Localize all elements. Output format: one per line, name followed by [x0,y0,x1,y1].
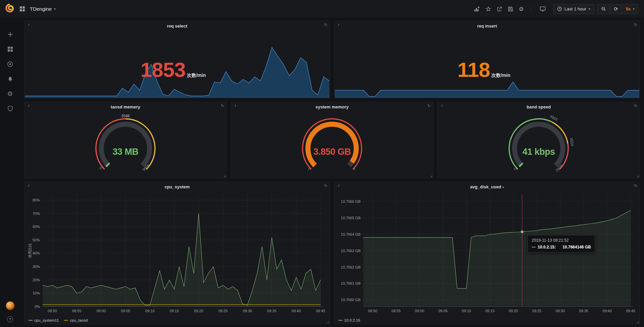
legend-label: cpu_system11 [34,318,59,322]
svg-text:0%: 0% [35,305,40,309]
share-button[interactable] [497,6,502,12]
svg-text:09:30: 09:30 [556,309,565,313]
panel-info-icon[interactable]: i [336,22,341,27]
panel-req-select: i req select ↻ 1853 次数/min [24,21,330,98]
svg-text:20%: 20% [33,278,40,282]
user-avatar[interactable] [6,301,15,310]
time-range-picker[interactable]: Last 1 hour ▾ [553,4,594,14]
panel-info-icon[interactable]: i [440,103,444,108]
panel-header: i taosd memery ↻ [24,102,226,112]
help-button[interactable]: ? [7,316,13,322]
dashboard-grid-icon[interactable] [19,6,25,12]
legend-item-cpu-taosd[interactable]: cpu_taosd [64,318,88,322]
svg-text:09:45: 09:45 [626,309,635,313]
panel-title-system-memory[interactable]: system memory [316,102,349,112]
panel-info-icon[interactable]: i [336,183,341,188]
sidebar: ⚙ ? [0,18,20,327]
panel-resize-handle[interactable] [223,175,226,177]
svg-text:09:45: 09:45 [316,309,325,313]
zoom-out-button[interactable] [597,4,610,14]
panel-avg-disk-used: i avg_disk_used▾ ↻ 10.7660 GB10.7661 GB1… [334,182,640,324]
top-navbar: TDengine ▾ [0,0,644,18]
panel-header: i system memory ↻ [231,102,433,112]
svg-text:09:05: 09:05 [121,309,130,313]
sidebar-admin-shield-button[interactable] [7,105,13,111]
panel-resize-handle[interactable] [637,321,639,323]
panel-title-band-speed[interactable]: band speed [527,102,551,112]
panel-resize-handle[interactable] [637,95,639,97]
sidebar-create-button[interactable] [7,32,13,37]
svg-text:09:35: 09:35 [579,309,588,313]
svg-text:08:55: 08:55 [72,309,82,313]
cycle-view-button[interactable] [540,6,546,12]
taosd-memory-gauge [87,116,164,175]
sidebar-dashboards-button[interactable] [7,46,13,52]
svg-text:08:50: 08:50 [368,309,377,313]
legend-color-mark [29,320,33,321]
panel-loading-icon: ↻ [634,22,637,27]
svg-text:10.7664 GB: 10.7664 GB [341,232,361,236]
refresh-interval-picker[interactable]: 5s ▾ [622,4,639,14]
chevron-down-icon: ▾ [502,186,504,189]
panel-resize-handle[interactable] [327,95,329,97]
panel-info-icon[interactable]: i [26,22,31,27]
refresh-button[interactable]: ⟳ [610,4,622,14]
panel-resize-handle[interactable] [327,321,329,323]
sidebar-alerting-bell-button[interactable] [7,76,13,82]
grafana-logo[interactable] [3,3,15,15]
dashboard-title-picker[interactable]: TDengine ▾ [30,6,56,12]
panel-title-cpu-system[interactable]: cpu_system [164,182,190,192]
chevron-down-icon: ▾ [54,7,56,11]
panel-band-speed: i band speed ↻ 4916 6554 0 8192 41 kbps [437,102,640,178]
panel-loading-icon: ↻ [324,183,327,188]
panel-info-icon[interactable]: i [26,183,31,188]
panel-title-taosd-memory[interactable]: taosd memery [111,102,140,112]
svg-text:08:50: 08:50 [48,309,57,313]
star-button[interactable] [486,6,491,12]
panel-loading-icon: ↻ [427,103,431,108]
refresh-interval-label: 5s [626,6,631,11]
svg-text:30%: 30% [33,265,40,269]
cpu-system-chart[interactable]: 0%10%20%30%40%50%60%70%80%08:5008:5509:0… [27,192,327,315]
svg-text:09:25: 09:25 [218,309,228,313]
panel-title-avg-disk-used[interactable]: avg_disk_used▾ [470,182,504,192]
panel-resize-handle[interactable] [637,175,639,177]
svg-text:09:10: 09:10 [462,309,471,313]
legend-item-10-0-2-15[interactable]: 10.0.2.15 [338,318,360,322]
panel-system-memory: i system memory ↻ 0 4 3.850 GB [231,102,433,178]
settings-gear-icon[interactable]: ⚙ [519,6,524,12]
svg-text:09:20: 09:20 [194,309,203,313]
add-panel-button[interactable] [474,6,480,12]
req-select-sparkline-chart[interactable] [25,30,329,98]
system-memory-value: 3.850 GB [293,147,371,157]
svg-text:09:05: 09:05 [438,309,448,313]
band-speed-value: 41 kbps [500,147,577,157]
cpu-system-legend: cpu_system11 cpu_taosd [29,318,88,322]
svg-text:09:35: 09:35 [267,309,277,313]
sidebar-configuration-gear-button[interactable]: ⚙ [7,91,13,96]
svg-text:10.7663 GB: 10.7663 GB [341,248,361,252]
req-insert-sparkline-chart[interactable] [335,30,639,98]
panel-info-icon[interactable]: i [26,103,31,108]
panel-resize-handle[interactable] [430,175,432,177]
sidebar-explore-button[interactable] [7,61,13,67]
panel-info-icon[interactable]: i [233,103,238,108]
refresh-icon: ⟳ [614,6,618,12]
svg-text:10.7661 GB: 10.7661 GB [341,281,361,285]
panel-loading-icon: ↻ [324,22,327,27]
legend-item-cpu-system11[interactable]: cpu_system11 [29,318,59,322]
svg-text:70%: 70% [33,211,40,215]
svg-text:09:30: 09:30 [243,309,252,313]
save-button[interactable] [508,6,513,12]
svg-text:09:10: 09:10 [145,309,155,313]
legend-label: 10.0.2.15 [344,318,360,322]
panel-header: i cpu_system ↻ [24,182,330,192]
svg-text:09:00: 09:00 [97,309,106,313]
legend-color-mark [338,320,342,321]
avg-disk-used-chart[interactable]: 10.7660 GB10.7661 GB10.7662 GB10.7663 GB… [337,192,637,315]
taosd-memory-value: 33 MB [87,147,164,157]
chevron-down-icon: ▾ [633,7,635,11]
dashboard-grid: i req select ↻ 1853 次数/min i req insert … [20,18,644,327]
band-speed-gauge [500,116,577,175]
svg-text:09:20: 09:20 [509,309,518,313]
